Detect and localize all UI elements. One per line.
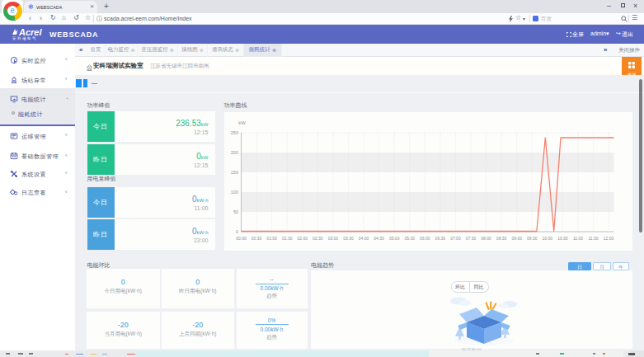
svg-text:01:30: 01:30 bbox=[281, 236, 292, 241]
svg-text:200: 200 bbox=[230, 150, 237, 155]
svg-text:08:30: 08:30 bbox=[496, 236, 506, 241]
svg-text:00:30: 00:30 bbox=[251, 236, 261, 241]
svg-text:06:30: 06:30 bbox=[435, 236, 445, 241]
svg-text:11:30: 11:30 bbox=[588, 236, 598, 241]
svg-text:03:00: 03:00 bbox=[327, 236, 338, 241]
svg-text:05:00: 05:00 bbox=[388, 236, 399, 241]
svg-text:02:30: 02:30 bbox=[313, 236, 323, 241]
svg-text:250: 250 bbox=[230, 130, 237, 135]
svg-text:50: 50 bbox=[233, 209, 237, 214]
svg-text:06:00: 06:00 bbox=[420, 236, 430, 241]
svg-text:01:00: 01:00 bbox=[266, 236, 277, 241]
svg-text:08:00: 08:00 bbox=[481, 236, 491, 241]
svg-text:09:30: 09:30 bbox=[527, 236, 538, 241]
svg-text:09:00: 09:00 bbox=[511, 236, 522, 241]
svg-text:100: 100 bbox=[230, 190, 237, 195]
svg-text:02:00: 02:00 bbox=[297, 236, 308, 241]
svg-text:12:00: 12:00 bbox=[603, 236, 613, 241]
svg-text:10:30: 10:30 bbox=[557, 236, 568, 241]
svg-text:05:30: 05:30 bbox=[404, 236, 415, 241]
svg-text:07:00: 07:00 bbox=[450, 236, 461, 241]
svg-text:04:00: 04:00 bbox=[358, 236, 369, 241]
svg-text:10:00: 10:00 bbox=[542, 236, 552, 241]
svg-text:04:30: 04:30 bbox=[374, 236, 384, 241]
svg-text:07:30: 07:30 bbox=[465, 236, 476, 241]
svg-text:03:30: 03:30 bbox=[343, 236, 354, 241]
svg-text:kW: kW bbox=[238, 120, 246, 125]
svg-text:150: 150 bbox=[230, 170, 237, 175]
svg-text:0: 0 bbox=[235, 229, 237, 234]
svg-text:00:00: 00:00 bbox=[236, 236, 247, 241]
svg-text:11:00: 11:00 bbox=[572, 236, 582, 241]
